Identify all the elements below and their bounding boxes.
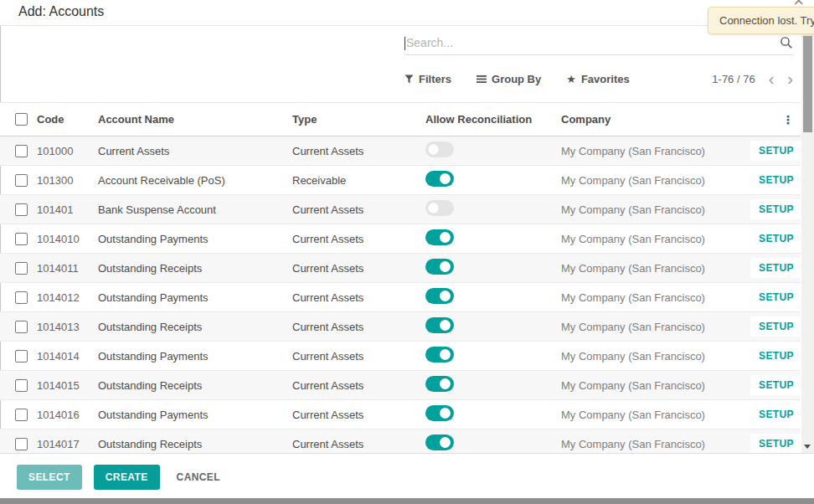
toggle-knob	[440, 173, 451, 184]
setup-button[interactable]: SETUP	[750, 199, 802, 219]
setup-button[interactable]: SETUP	[750, 316, 802, 337]
search-box	[404, 33, 793, 55]
allow-reconciliation-toggle[interactable]	[425, 141, 454, 157]
table-row[interactable]: 1014010Outstanding PaymentsCurrent Asset…	[0, 224, 801, 254]
select-button[interactable]: SELECT	[17, 465, 82, 490]
table-row[interactable]: 1014013Outstanding ReceiptsCurrent Asset…	[0, 312, 801, 342]
setup-button[interactable]: SETUP	[750, 404, 802, 424]
row-account-name: Outstanding Receipts	[98, 321, 292, 333]
table-row[interactable]: 1014016Outstanding PaymentsCurrent Asset…	[0, 400, 801, 429]
row-type: Current Assets	[292, 203, 425, 216]
connection-toast: Connection lost. Try	[708, 7, 814, 34]
setup-button[interactable]: SETUP	[750, 170, 802, 190]
row-checkbox[interactable]	[15, 233, 28, 245]
group-by-button[interactable]: Group By	[477, 73, 541, 85]
row-checkbox[interactable]	[15, 174, 28, 187]
row-checkbox[interactable]	[15, 379, 28, 392]
row-type: Current Assets	[292, 438, 425, 450]
scrollbar-down-arrow[interactable]	[804, 445, 811, 449]
favorites-button[interactable]: ★ Favorites	[566, 73, 629, 85]
column-header-account-name[interactable]: Account Name	[98, 113, 292, 126]
setup-button[interactable]: SETUP	[750, 434, 802, 454]
row-checkbox[interactable]	[15, 262, 28, 275]
table-row[interactable]: 1014015Outstanding ReceiptsCurrent Asset…	[0, 371, 801, 400]
row-company: My Company (San Francisco)	[561, 409, 750, 421]
optional-columns-icon[interactable]: ⋮	[782, 113, 794, 126]
pager-previous-button[interactable]: ‹	[769, 70, 775, 87]
setup-button[interactable]: SETUP	[750, 287, 802, 307]
setup-button[interactable]: SETUP	[750, 141, 802, 161]
create-button[interactable]: CREATE	[94, 465, 160, 490]
scrollbar-thumb[interactable]	[803, 36, 812, 132]
row-code: 1014016	[37, 409, 98, 421]
setup-button[interactable]: SETUP	[750, 229, 802, 249]
star-icon: ★	[566, 73, 576, 85]
toggle-knob	[440, 408, 451, 419]
setup-button[interactable]: SETUP	[750, 258, 802, 278]
toggle-knob	[440, 349, 451, 360]
toggle-knob	[440, 437, 451, 448]
table-row[interactable]: 1014014Outstanding PaymentsCurrent Asset…	[0, 342, 801, 371]
row-code: 1014012	[37, 291, 98, 304]
allow-reconciliation-toggle[interactable]	[425, 435, 454, 450]
page-backdrop	[0, 498, 814, 504]
allow-reconciliation-toggle[interactable]	[425, 288, 454, 304]
row-checkbox[interactable]	[15, 291, 28, 304]
column-header-company[interactable]: Company	[561, 113, 750, 126]
column-header-code[interactable]: Code	[37, 113, 98, 126]
row-account-name: Current Assets	[98, 145, 292, 157]
table-row[interactable]: 1014011Outstanding ReceiptsCurrent Asset…	[0, 254, 801, 283]
setup-button[interactable]: SETUP	[750, 346, 802, 366]
row-code: 101300	[37, 174, 98, 187]
row-checkbox[interactable]	[15, 409, 28, 421]
row-checkbox[interactable]	[15, 350, 28, 363]
allow-reconciliation-toggle[interactable]	[425, 259, 454, 275]
setup-button[interactable]: SETUP	[750, 375, 802, 395]
allow-reconciliation-toggle[interactable]	[425, 171, 454, 187]
row-type: Current Assets	[292, 145, 425, 157]
table-row[interactable]: 101000Current AssetsCurrent AssetsMy Com…	[0, 136, 801, 166]
toggle-knob	[428, 203, 439, 213]
row-company: My Company (San Francisco)	[561, 379, 750, 392]
row-company: My Company (San Francisco)	[561, 174, 750, 187]
filters-button[interactable]: Filters	[404, 73, 451, 85]
search-input[interactable]	[405, 36, 780, 51]
allow-reconciliation-toggle[interactable]	[425, 376, 454, 392]
table-row[interactable]: 1014012Outstanding PaymentsCurrent Asset…	[0, 283, 801, 312]
allow-reconciliation-toggle[interactable]	[425, 405, 454, 421]
row-company: My Company (San Francisco)	[561, 350, 750, 363]
table-row[interactable]: 101401Bank Suspense AccountCurrent Asset…	[0, 195, 801, 224]
row-account-name: Bank Suspense Account	[98, 203, 292, 216]
scrollbar[interactable]	[801, 32, 814, 453]
row-type: Current Assets	[292, 262, 425, 275]
dialog-title: Add: Accounts	[0, 0, 814, 19]
allow-reconciliation-toggle[interactable]	[425, 200, 454, 216]
row-code: 1014011	[37, 262, 98, 275]
allow-reconciliation-toggle[interactable]	[425, 347, 454, 363]
table-row[interactable]: 101300Account Receivable (PoS)Receivable…	[0, 166, 801, 195]
pager-next-button[interactable]: ›	[787, 70, 793, 87]
row-checkbox[interactable]	[15, 203, 28, 216]
cancel-button[interactable]: CANCEL	[172, 465, 225, 490]
row-company: My Company (San Francisco)	[561, 438, 750, 450]
toggle-knob	[440, 261, 451, 272]
allow-reconciliation-toggle[interactable]	[425, 229, 454, 245]
row-type: Current Assets	[292, 409, 425, 421]
row-code: 1014013	[37, 321, 98, 333]
toggle-knob	[440, 378, 451, 389]
select-all-checkbox[interactable]	[15, 113, 28, 126]
search-icon[interactable]	[780, 36, 793, 49]
row-company: My Company (San Francisco)	[561, 233, 750, 245]
dialog-footer: SELECT CREATE CANCEL	[0, 453, 814, 498]
row-checkbox[interactable]	[15, 438, 28, 450]
row-company: My Company (San Francisco)	[561, 203, 750, 216]
column-header-type[interactable]: Type	[292, 113, 425, 126]
row-checkbox[interactable]	[15, 321, 28, 333]
column-header-allow-reconciliation[interactable]: Allow Reconciliation	[425, 113, 561, 126]
allow-reconciliation-toggle[interactable]	[425, 317, 454, 333]
row-checkbox[interactable]	[15, 145, 28, 157]
filters-label: Filters	[419, 73, 451, 85]
toast-message: Connection lost. Try	[719, 14, 814, 27]
row-account-name: Outstanding Receipts	[98, 379, 292, 392]
row-code: 1014017	[37, 438, 98, 450]
